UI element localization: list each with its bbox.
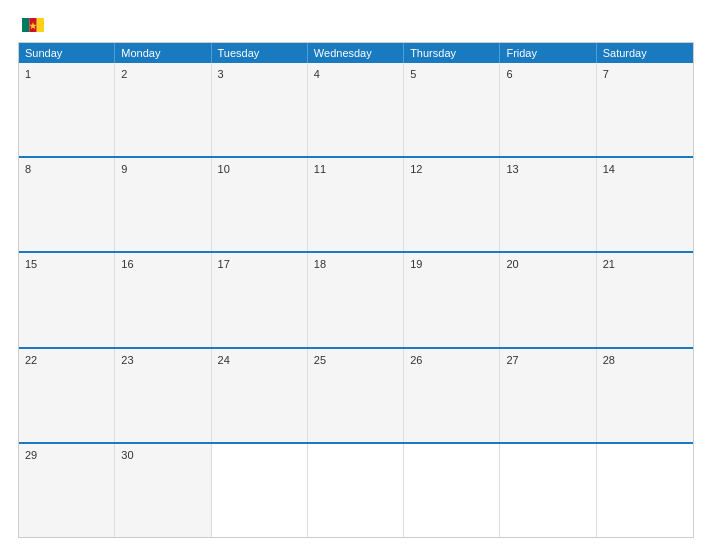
day-cell: 18: [308, 253, 404, 346]
day-cell: 10: [212, 158, 308, 251]
day-cell: 1: [19, 63, 115, 156]
day-cell: 6: [500, 63, 596, 156]
day-number: 8: [25, 163, 108, 175]
day-cell: 28: [597, 349, 693, 442]
day-number: 26: [410, 354, 493, 366]
day-number: 15: [25, 258, 108, 270]
svg-rect-0: [22, 18, 29, 32]
week-row-4: 22232425262728: [19, 347, 693, 442]
day-number: 10: [218, 163, 301, 175]
day-header-friday: Friday: [500, 43, 596, 63]
day-cell: 2: [115, 63, 211, 156]
svg-rect-2: [37, 18, 44, 32]
day-number: 18: [314, 258, 397, 270]
day-number: 7: [603, 68, 687, 80]
day-cell: [212, 444, 308, 537]
day-number: 21: [603, 258, 687, 270]
day-cell: 9: [115, 158, 211, 251]
day-cell: 4: [308, 63, 404, 156]
day-number: 29: [25, 449, 108, 461]
week-row-5: 2930: [19, 442, 693, 537]
day-cell: 7: [597, 63, 693, 156]
day-number: 30: [121, 449, 204, 461]
day-cell: 23: [115, 349, 211, 442]
day-cell: 5: [404, 63, 500, 156]
day-cell: 11: [308, 158, 404, 251]
day-cell: 20: [500, 253, 596, 346]
day-number: 2: [121, 68, 204, 80]
calendar-header: [18, 18, 694, 32]
day-headers-row: SundayMondayTuesdayWednesdayThursdayFrid…: [19, 43, 693, 63]
day-number: 23: [121, 354, 204, 366]
day-number: 4: [314, 68, 397, 80]
day-cell: [404, 444, 500, 537]
day-number: 19: [410, 258, 493, 270]
day-header-thursday: Thursday: [404, 43, 500, 63]
day-number: 5: [410, 68, 493, 80]
day-cell: 3: [212, 63, 308, 156]
day-cell: 27: [500, 349, 596, 442]
day-cell: [308, 444, 404, 537]
day-number: 3: [218, 68, 301, 80]
day-cell: 19: [404, 253, 500, 346]
logo-flag-icon: [22, 18, 44, 32]
week-row-3: 15161718192021: [19, 251, 693, 346]
day-header-wednesday: Wednesday: [308, 43, 404, 63]
calendar-grid: SundayMondayTuesdayWednesdayThursdayFrid…: [18, 42, 694, 538]
day-cell: [597, 444, 693, 537]
day-cell: 17: [212, 253, 308, 346]
day-header-monday: Monday: [115, 43, 211, 63]
day-number: 20: [506, 258, 589, 270]
day-header-sunday: Sunday: [19, 43, 115, 63]
day-cell: 21: [597, 253, 693, 346]
day-number: 25: [314, 354, 397, 366]
day-number: 12: [410, 163, 493, 175]
day-cell: [500, 444, 596, 537]
day-cell: 16: [115, 253, 211, 346]
calendar-weeks: 1234567891011121314151617181920212223242…: [19, 63, 693, 537]
day-cell: 22: [19, 349, 115, 442]
day-cell: 30: [115, 444, 211, 537]
week-row-2: 891011121314: [19, 156, 693, 251]
day-number: 17: [218, 258, 301, 270]
day-number: 14: [603, 163, 687, 175]
day-cell: 25: [308, 349, 404, 442]
logo: [18, 18, 44, 32]
calendar-page: SundayMondayTuesdayWednesdayThursdayFrid…: [0, 0, 712, 550]
day-number: 1: [25, 68, 108, 80]
day-cell: 26: [404, 349, 500, 442]
day-header-tuesday: Tuesday: [212, 43, 308, 63]
day-number: 24: [218, 354, 301, 366]
day-cell: 12: [404, 158, 500, 251]
day-number: 11: [314, 163, 397, 175]
day-number: 28: [603, 354, 687, 366]
day-number: 22: [25, 354, 108, 366]
week-row-1: 1234567: [19, 63, 693, 156]
day-cell: 13: [500, 158, 596, 251]
day-cell: 8: [19, 158, 115, 251]
day-cell: 29: [19, 444, 115, 537]
day-number: 9: [121, 163, 204, 175]
day-number: 27: [506, 354, 589, 366]
day-cell: 15: [19, 253, 115, 346]
day-number: 13: [506, 163, 589, 175]
day-cell: 24: [212, 349, 308, 442]
day-number: 16: [121, 258, 204, 270]
day-cell: 14: [597, 158, 693, 251]
day-number: 6: [506, 68, 589, 80]
day-header-saturday: Saturday: [597, 43, 693, 63]
